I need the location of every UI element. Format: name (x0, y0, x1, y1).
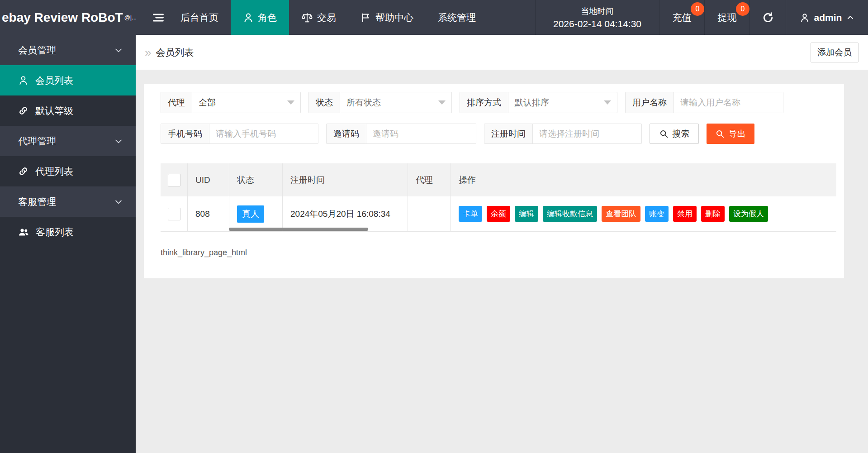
tab-help-center[interactable]: 帮助中心 (348, 0, 426, 35)
breadcrumb-bar: » 会员列表 添加会员 (136, 35, 868, 70)
chevron-down-icon (287, 100, 294, 105)
sidebar-group-service-management[interactable]: 客服管理 (0, 186, 136, 217)
agent-select[interactable]: 代理 全部 (161, 92, 301, 113)
agent-select-label: 代理 (161, 92, 192, 113)
sidebar-group-agent-management[interactable]: 代理管理 (0, 126, 136, 156)
username-field-label: 用户名称 (626, 92, 674, 113)
sort-select[interactable]: 排序方式 默认排序 (460, 92, 617, 113)
action-button[interactable]: 设为假人 (729, 206, 768, 222)
export-button-label: 导出 (729, 128, 746, 140)
user-menu[interactable]: admin (786, 0, 868, 35)
withdraw-button[interactable]: 提现 0 (704, 0, 749, 35)
select-all-checkbox[interactable] (168, 174, 180, 186)
search-button-label: 搜索 (673, 128, 690, 140)
tab-trade[interactable]: 交易 (289, 0, 348, 35)
sidebar-item-default-level[interactable]: 默认等级 (0, 95, 136, 126)
recharge-button[interactable]: 充值 0 (659, 0, 704, 35)
chevron-down-icon (114, 46, 123, 55)
horizontal-scrollbar-thumb[interactable] (229, 228, 368, 231)
recharge-count-badge: 0 (691, 2, 704, 16)
tab-system[interactable]: 系统管理 (426, 0, 488, 35)
tab-trade-label: 交易 (317, 11, 336, 24)
chevron-down-icon (114, 137, 123, 146)
sidebar: 会员管理 会员列表 默认等级 代理管理 (0, 35, 136, 453)
action-button[interactable]: 账变 (645, 206, 669, 222)
filter-row-2: 手机号码 邀请码 注册时间 搜索 (161, 124, 837, 144)
topbar-right: 当地时间 2026-02-14 04:14:30 充值 0 提现 0 adm (535, 0, 868, 35)
header-cell-agent: 代理 (408, 163, 451, 196)
withdraw-label: 提现 (718, 11, 737, 24)
app-logo: ebay Review RoBoT@|... (0, 0, 136, 35)
tab-dashboard[interactable]: 后台首页 (168, 0, 231, 35)
username: admin (814, 12, 842, 23)
invite-code-field: 邀请码 (326, 124, 476, 144)
username-input[interactable] (674, 92, 783, 113)
status-badge: 真人 (237, 205, 264, 223)
sidebar-item-label: 客服列表 (36, 226, 74, 238)
action-button[interactable]: 查看团队 (602, 206, 640, 222)
sidebar-item-member-list[interactable]: 会员列表 (0, 65, 136, 95)
sort-selected-option: 默认排序 (515, 97, 549, 109)
export-button[interactable]: 导出 (707, 124, 754, 144)
header-cell-regtime: 注册时间 (283, 163, 408, 196)
agent-selected-option: 全部 (199, 97, 216, 109)
register-time-field-label: 注册时间 (484, 124, 533, 143)
local-time-label: 当地时间 (581, 6, 614, 17)
sidebar-item-service-list[interactable]: 客服列表 (0, 217, 136, 247)
row-cell-regtime: 2024年05月20日 16:08:34 (283, 196, 408, 231)
sidebar-item-label: 默认等级 (35, 105, 73, 117)
sidebar-item-label: 会员列表 (35, 74, 73, 87)
sidebar-item-agent-list[interactable]: 代理列表 (0, 156, 136, 186)
search-button[interactable]: 搜索 (650, 124, 699, 144)
row-cell-checkbox (161, 196, 188, 231)
user-icon (800, 13, 810, 23)
filter-row-1: 代理 全部 状态 所有状态 排序方式 默认排序 (161, 92, 837, 113)
sidebar-group-label: 代理管理 (18, 135, 56, 148)
flag-icon (360, 12, 371, 23)
search-icon (715, 129, 725, 138)
action-button[interactable]: 余额 (487, 206, 510, 222)
recharge-label: 充值 (673, 11, 692, 24)
phone-input[interactable] (209, 124, 318, 143)
row-cell-uid: 808 (188, 196, 229, 231)
member-table: UID 状态 注册时间 代理 操作 808 真人 2024年05月20日 16:… (161, 163, 836, 232)
debug-footer-text: think_library_page_html (161, 248, 837, 257)
link-icon (18, 105, 28, 116)
tab-roles[interactable]: 角色 (231, 0, 289, 35)
status-select[interactable]: 状态 所有状态 (308, 92, 452, 113)
action-button[interactable]: 删除 (701, 206, 725, 222)
action-button[interactable]: 编辑 (515, 206, 538, 222)
refresh-button[interactable] (749, 0, 786, 35)
register-time-field: 注册时间 (484, 124, 642, 144)
chevron-down-icon (114, 197, 123, 206)
sidebar-item-label: 代理列表 (35, 165, 73, 178)
chevron-up-icon (846, 14, 854, 22)
header-cell-actions: 操作 (451, 163, 836, 196)
invite-code-input[interactable] (366, 124, 476, 143)
person-icon (18, 75, 28, 86)
status-select-label: 状态 (309, 92, 340, 113)
withdraw-count-badge: 0 (736, 2, 749, 16)
sidebar-group-label: 客服管理 (18, 196, 56, 208)
status-selected-option: 所有状态 (346, 97, 381, 109)
sidebar-group-member-management[interactable]: 会员管理 (0, 35, 136, 65)
tab-system-label: 系统管理 (438, 11, 476, 24)
menu-collapse-icon[interactable] (148, 0, 168, 35)
users-icon (18, 227, 29, 238)
action-button[interactable]: 禁用 (673, 206, 697, 222)
add-member-button[interactable]: 添加会员 (811, 43, 859, 62)
breadcrumb: 会员列表 (156, 46, 194, 59)
sidebar-group-label: 会员管理 (18, 44, 56, 57)
row-cell-status: 真人 (229, 196, 283, 231)
sort-select-value: 默认排序 (508, 92, 617, 113)
search-icon (659, 129, 669, 138)
row-checkbox[interactable] (168, 208, 180, 220)
action-buttons: 卡单余额编辑编辑收款信息查看团队账变禁用删除设为假人 (451, 196, 836, 231)
sort-select-label: 排序方式 (460, 92, 508, 113)
top-bar: ebay Review RoBoT@|... 后台首页 角色 交易 (0, 0, 868, 35)
app-logo-text: ebay Review RoBoT (2, 10, 123, 25)
action-button[interactable]: 编辑收款信息 (543, 206, 597, 222)
action-button[interactable]: 卡单 (459, 206, 482, 222)
register-time-input[interactable] (533, 124, 641, 143)
refresh-icon (762, 12, 774, 24)
